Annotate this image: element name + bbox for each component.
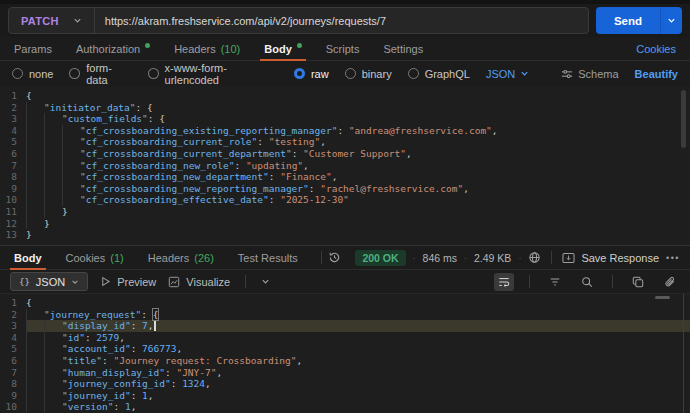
more-options-button[interactable]: •••	[666, 253, 680, 263]
tab-label: Body	[264, 43, 292, 55]
code-line[interactable]: 13}	[0, 229, 690, 241]
code-line[interactable]: 12}	[0, 218, 690, 230]
radio-label: form-data	[86, 62, 132, 86]
method-label: PATCH	[21, 15, 59, 27]
sliders-icon	[561, 68, 573, 80]
tab-count: (1)	[110, 252, 123, 264]
code-line[interactable]: 6"cf_crossboarding_current_department": …	[0, 148, 690, 160]
chevron-down-icon	[71, 278, 79, 286]
tab-scripts[interactable]: Scripts	[322, 37, 364, 60]
copy-icon	[632, 276, 644, 288]
attach-link-button[interactable]	[660, 273, 680, 291]
tab-response-cookies[interactable]: Cookies (1)	[62, 246, 128, 269]
tab-headers[interactable]: Headers (10)	[170, 37, 244, 60]
preview-button[interactable]: Preview	[100, 276, 156, 288]
code-line[interactable]: 11}	[0, 206, 690, 218]
code-line[interactable]: 10"cf_crossboarding_effective_date": "20…	[0, 194, 690, 206]
line-number: 13	[0, 229, 26, 241]
search-button[interactable]	[577, 273, 597, 291]
line-number: 11	[0, 206, 26, 218]
url-input[interactable]: https://akram.freshservice.com/api/v2/jo…	[95, 15, 396, 27]
schema-button[interactable]: Schema	[561, 68, 618, 80]
code-line[interactable]: 5"account_id": 766773,	[0, 343, 690, 355]
visualize-button[interactable]: Visualize	[168, 276, 230, 288]
radio-graphql[interactable]: GraphQL	[408, 68, 470, 80]
code-line[interactable]: 1{	[0, 297, 690, 309]
status-badge[interactable]: 200 OK	[355, 250, 405, 266]
radio-label: binary	[362, 68, 392, 80]
line-number: 2	[0, 102, 26, 114]
radio-none[interactable]: none	[12, 68, 53, 80]
response-editor-hscrollbar[interactable]	[655, 296, 670, 299]
code-line[interactable]: 9"cf_crossboarding_new_reporting_manager…	[0, 183, 690, 195]
network-globe-icon[interactable]	[528, 251, 541, 264]
code-line[interactable]: 2"journey_request": {	[0, 309, 690, 321]
line-number: 3	[0, 113, 26, 125]
radio-circle	[69, 68, 80, 79]
radio-x-www-form-urlencoded[interactable]: x-www-form-urlencoded	[148, 62, 278, 86]
cookies-link[interactable]: Cookies	[632, 37, 680, 60]
code-line[interactable]: 1{	[0, 90, 690, 102]
schema-label: Schema	[578, 68, 618, 80]
visualize-options-chevron[interactable]	[261, 277, 270, 286]
tab-settings[interactable]: Settings	[379, 37, 427, 60]
language-selector[interactable]: JSON	[486, 68, 529, 80]
tab-response-body[interactable]: Body	[10, 246, 46, 269]
divider	[245, 275, 246, 288]
response-time[interactable]: 846 ms	[423, 252, 457, 264]
radio-circle	[408, 68, 419, 79]
response-format-selector[interactable]: {} JSON	[10, 272, 88, 291]
method-selector[interactable]: PATCH	[9, 8, 95, 33]
code-line[interactable]: 7"cf_crossboarding_new_role": "updating"…	[0, 160, 690, 172]
url-box: PATCH https://akram.freshservice.com/api…	[8, 7, 589, 34]
code-line[interactable]: 9"journey_id": 1,	[0, 390, 690, 402]
tab-params[interactable]: Params	[10, 37, 56, 60]
code-line[interactable]: 6"title": "Journey request: Crossboardin…	[0, 355, 690, 367]
chevron-down-icon	[520, 69, 529, 78]
copy-button[interactable]	[628, 273, 648, 291]
wrap-text-button[interactable]	[494, 273, 514, 291]
tab-test-results[interactable]: Test Results	[234, 246, 302, 269]
tab-label: Settings	[383, 43, 423, 55]
tab-body[interactable]: Body	[260, 37, 306, 60]
beautify-button[interactable]: Beautify	[635, 68, 678, 80]
spacer	[345, 246, 356, 269]
line-number: 10	[0, 194, 26, 206]
response-body-editor[interactable]: 1{2"journey_request": {3"display_id": 7,…	[0, 294, 690, 413]
divider	[551, 251, 552, 264]
language-label: JSON	[486, 68, 515, 80]
tab-label: Scripts	[326, 43, 360, 55]
code-line[interactable]: 7"human_display_id": "JNY-7",	[0, 367, 690, 379]
radio-binary[interactable]: binary	[345, 68, 392, 80]
response-editor-scrollbar[interactable]	[683, 294, 684, 413]
tab-label: Cookies	[66, 252, 106, 264]
code-line[interactable]: 4"cf_crossboarding_existing_reporting_ma…	[0, 125, 690, 137]
code-line[interactable]: 10"version": 1,	[0, 401, 690, 413]
code-line[interactable]: 2"initiator_data": {	[0, 102, 690, 114]
radio-form-data[interactable]: form-data	[69, 62, 131, 86]
code-line[interactable]: 8"journey_config_id": 1324,	[0, 378, 690, 390]
code-line[interactable]: 4"id": 2579,	[0, 332, 690, 344]
line-number: 9	[0, 183, 26, 195]
code-line[interactable]: 5"cf_crossboarding_current_role": "testi…	[0, 136, 690, 148]
code-line[interactable]: 8"cf_crossboarding_new_department": "Fin…	[0, 171, 690, 183]
chevron-down-icon	[73, 16, 82, 25]
code-line[interactable]: 3"display_id": 7,	[0, 320, 690, 332]
tab-authorization[interactable]: Authorization	[72, 37, 154, 60]
response-size[interactable]: 2.49 KB	[474, 252, 511, 264]
line-number: 7	[0, 367, 26, 379]
filter-button[interactable]	[545, 273, 565, 291]
request-editor-scrollbar[interactable]	[681, 90, 686, 148]
line-number: 12	[0, 218, 26, 230]
response-meta: 200 OK · 846 ms · 2.49 KB · Save Respons…	[355, 246, 680, 269]
save-response-button[interactable]: Save Response	[562, 252, 659, 264]
send-options-button[interactable]	[660, 7, 682, 34]
history-button[interactable]	[325, 249, 345, 267]
code-line[interactable]: 3"custom_fields": {	[0, 113, 690, 125]
dot-separator: ·	[464, 253, 467, 263]
radio-raw[interactable]: raw	[294, 68, 329, 80]
radio-circle	[148, 68, 159, 79]
tab-response-headers[interactable]: Headers (26)	[144, 246, 218, 269]
send-button[interactable]: Send	[596, 7, 660, 34]
request-body-editor[interactable]: 1{2"initiator_data": {3"custom_fields": …	[0, 86, 690, 246]
